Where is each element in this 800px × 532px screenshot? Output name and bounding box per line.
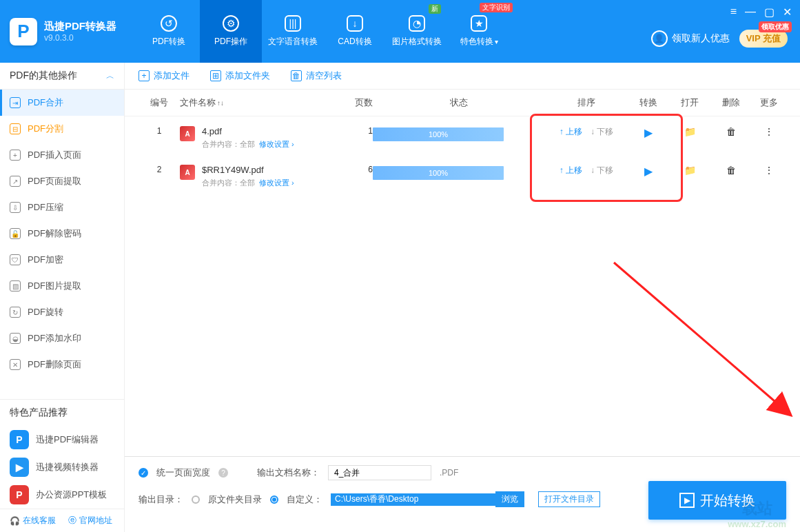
more-button[interactable]: ⋮ bbox=[764, 126, 774, 137]
sidebar-item-split[interactable]: ⊟PDF分割 bbox=[0, 116, 124, 142]
row-index: 2 bbox=[139, 165, 180, 174]
col-index: 编号 bbox=[139, 96, 180, 109]
move-up-button[interactable]: ↑ 上移 bbox=[560, 126, 582, 138]
sidebar-item-extract[interactable]: ↗PDF页面提取 bbox=[0, 168, 124, 194]
clear-list-button[interactable]: 🗑清空列表 bbox=[291, 70, 342, 82]
sidebar-item-watermark[interactable]: ◒PDF添加水印 bbox=[0, 325, 124, 351]
merge-icon: ⇥ bbox=[10, 97, 21, 108]
convert-button[interactable]: ▶ bbox=[644, 127, 653, 139]
sidebar: PDF的其他操作 ︿ ⇥PDF合并 ⊟PDF分割 +PDF插入页面 ↗PDF页面… bbox=[0, 63, 125, 532]
gear-icon: ⚙ bbox=[223, 15, 239, 32]
move-up-button[interactable]: ↑ 上移 bbox=[560, 165, 582, 176]
help-icon[interactable]: ? bbox=[218, 468, 228, 478]
delete-button[interactable]: 🗑 bbox=[726, 165, 736, 176]
path-box: 浏览 bbox=[331, 491, 524, 507]
ppt-icon: P bbox=[10, 485, 29, 504]
pdf-file-icon: A bbox=[180, 126, 195, 141]
audio-icon: ||| bbox=[285, 15, 301, 32]
download-icon: ↓ bbox=[347, 15, 363, 32]
convert-button[interactable]: ▶ bbox=[644, 165, 653, 177]
menu-icon[interactable]: ≡ bbox=[730, 6, 737, 19]
official-site-link[interactable]: ⓔ官网地址 bbox=[68, 515, 112, 526]
add-folder-button[interactable]: ⊞添加文件夹 bbox=[210, 70, 270, 82]
pdf-file-icon: A bbox=[180, 165, 195, 180]
status-cell: 100% bbox=[373, 126, 545, 141]
recommend-pdf-editor[interactable]: P迅捷PDF编辑器 bbox=[0, 426, 124, 453]
ie-icon: ⓔ bbox=[68, 515, 76, 526]
recommend-video-converter[interactable]: ▶迅捷视频转换器 bbox=[0, 453, 124, 481]
sidebar-item-delete-page[interactable]: ✕PDF删除页面 bbox=[0, 351, 124, 378]
open-folder-button[interactable]: 📁 bbox=[684, 165, 696, 176]
sidebar-group-header[interactable]: PDF的其他操作 ︿ bbox=[0, 63, 124, 90]
tab-pdf-convert[interactable]: ↺PDF转换 bbox=[138, 0, 200, 63]
col-sort: 排序 bbox=[545, 96, 628, 109]
col-filename[interactable]: 文件名称↑↓ bbox=[180, 96, 318, 109]
compress-icon: ⇩ bbox=[10, 202, 21, 213]
tab-pdf-operate[interactable]: ⚙PDF操作 bbox=[200, 0, 262, 63]
minimize-icon[interactable]: — bbox=[745, 6, 756, 19]
more-button[interactable]: ⋮ bbox=[764, 165, 774, 176]
output-path-input[interactable] bbox=[331, 493, 496, 506]
move-down-button[interactable]: ↓ 下移 bbox=[591, 126, 613, 138]
table-row: 1 A 4.pdf 合并内容：全部修改设置 › 1 100% ↑ 上移 ↓ 下移… bbox=[125, 116, 800, 155]
tab-tts[interactable]: |||文字语音转换 bbox=[262, 0, 324, 63]
open-folder-button[interactable]: 📁 bbox=[684, 126, 696, 137]
page-count: 6 bbox=[318, 165, 373, 174]
bottom-bar: ✓ 统一页面宽度 ? 输出文档名称： .PDF 输出目录： 原文件夹目录 自定义… bbox=[125, 456, 800, 532]
sidebar-item-unlock[interactable]: 🔓PDF解除密码 bbox=[0, 221, 124, 247]
maximize-icon[interactable]: ▢ bbox=[764, 6, 775, 19]
table-row: 2 A $RR1Y49W.pdf 合并内容：全部修改设置 › 6 100% ↑ … bbox=[125, 155, 800, 194]
table-header: 编号 文件名称↑↓ 页数 状态 排序 转换 打开 删除 更多 bbox=[125, 90, 800, 116]
radio-same-dir[interactable] bbox=[192, 495, 200, 504]
modify-settings-link[interactable]: 修改设置 › bbox=[259, 140, 294, 148]
main-panel: +添加文件 ⊞添加文件夹 🗑清空列表 编号 文件名称↑↓ 页数 状态 排序 转换… bbox=[125, 63, 800, 532]
avatar-icon: 👤 bbox=[651, 30, 668, 47]
play-icon: ▶ bbox=[679, 493, 695, 508]
tab-special[interactable]: ★特色转换文字识别 bbox=[448, 0, 510, 63]
sidebar-list: ⇥PDF合并 ⊟PDF分割 +PDF插入页面 ↗PDF页面提取 ⇩PDF压缩 🔓… bbox=[0, 90, 124, 389]
svg-line-0 bbox=[614, 263, 790, 414]
delete-button[interactable]: 🗑 bbox=[726, 126, 736, 137]
uniform-width-checkbox[interactable]: ✓ bbox=[139, 468, 148, 478]
folder-plus-icon: ⊞ bbox=[210, 70, 221, 81]
close-icon[interactable]: ✕ bbox=[783, 6, 792, 19]
logo-block: P 迅捷PDF转换器 v9.0.3.0 bbox=[0, 0, 138, 63]
star-icon: ★ bbox=[471, 15, 487, 32]
rotate-icon: ↻ bbox=[10, 307, 21, 318]
output-name-label: 输出文档名称： bbox=[257, 467, 320, 479]
sort-cell: ↑ 上移 ↓ 下移 bbox=[545, 126, 628, 138]
header-right: ≡ — ▢ ✕ 👤 领取新人优惠 VIP 充值 领取优惠 bbox=[651, 0, 800, 63]
lock-icon: 🛡 bbox=[10, 254, 21, 265]
progress-bar: 100% bbox=[373, 127, 504, 141]
modify-settings-link[interactable]: 修改设置 › bbox=[259, 178, 294, 187]
user-button[interactable]: 👤 领取新人优惠 bbox=[651, 30, 730, 47]
sidebar-item-encrypt[interactable]: 🛡PDF加密 bbox=[0, 247, 124, 273]
online-service-link[interactable]: 🎧在线客服 bbox=[10, 515, 56, 526]
start-convert-button[interactable]: ▶ 开始转换 bbox=[648, 481, 786, 520]
file-meta: 合并内容：全部修改设置 › bbox=[202, 178, 294, 188]
browse-button[interactable]: 浏览 bbox=[495, 491, 524, 507]
annotation-arrow bbox=[607, 256, 800, 428]
video-icon: ▶ bbox=[10, 458, 29, 477]
sidebar-item-rotate[interactable]: ↻PDF旋转 bbox=[0, 299, 124, 325]
sidebar-item-merge[interactable]: ⇥PDF合并 bbox=[0, 90, 124, 116]
tab-image[interactable]: ◔图片格式转换新 bbox=[386, 0, 448, 63]
watermark-icon: ◒ bbox=[10, 333, 21, 344]
output-name-input[interactable] bbox=[328, 465, 431, 480]
open-output-dir-button[interactable]: 打开文件目录 bbox=[538, 491, 600, 507]
radio-custom-dir[interactable] bbox=[270, 495, 278, 504]
trash-icon: 🗑 bbox=[291, 70, 302, 81]
tab-cad[interactable]: ↓CAD转换 bbox=[324, 0, 386, 63]
output-dir-label: 输出目录： bbox=[139, 493, 183, 506]
move-down-button[interactable]: ↓ 下移 bbox=[591, 165, 613, 176]
recommend-ppt-template[interactable]: P办公资源PPT模板 bbox=[0, 481, 124, 509]
file-name: $RR1Y49W.pdf bbox=[202, 165, 294, 175]
app-header: P 迅捷PDF转换器 v9.0.3.0 ↺PDF转换 ⚙PDF操作 |||文字语… bbox=[0, 0, 800, 63]
sidebar-item-insert[interactable]: +PDF插入页面 bbox=[0, 142, 124, 168]
sidebar-item-compress[interactable]: ⇩PDF压缩 bbox=[0, 194, 124, 221]
vip-button[interactable]: VIP 充值 领取优惠 bbox=[739, 30, 788, 48]
new-badge: 新 bbox=[429, 4, 441, 14]
add-file-button[interactable]: +添加文件 bbox=[139, 70, 189, 82]
sidebar-item-extract-image[interactable]: ▨PDF图片提取 bbox=[0, 273, 124, 299]
app-body: PDF的其他操作 ︿ ⇥PDF合并 ⊟PDF分割 +PDF插入页面 ↗PDF页面… bbox=[0, 63, 800, 532]
